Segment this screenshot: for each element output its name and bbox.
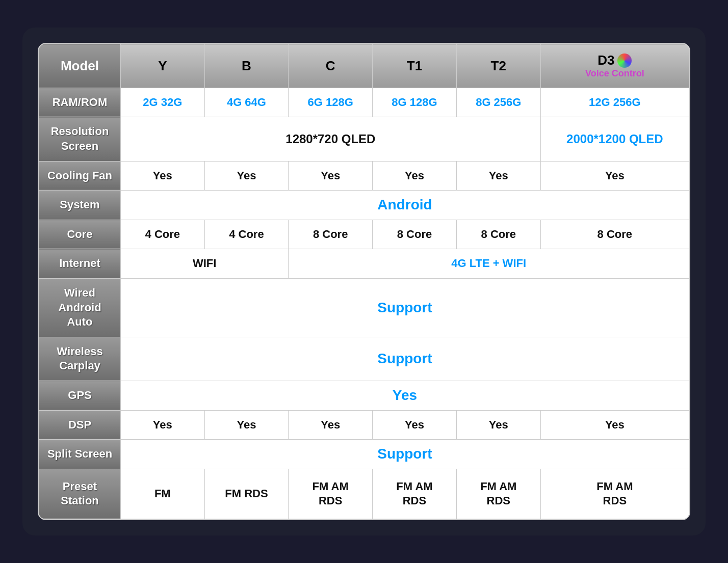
dsp-label: DSP <box>39 410 121 440</box>
internet-label: Internet <box>39 249 121 279</box>
cooling-label: Cooling Fan <box>39 161 121 191</box>
wired-android-val: Support <box>121 279 689 337</box>
ram-label: RAM/ROM <box>39 88 121 117</box>
preset-col-d3: FM AMRDS <box>540 469 689 519</box>
preset-station-label: Preset Station <box>39 469 121 519</box>
core-col-c: 8 Core <box>289 220 373 249</box>
gps-val: Yes <box>121 381 689 410</box>
core-col-t1: 8 Core <box>373 220 457 249</box>
col-c-header: C <box>289 44 373 88</box>
ram-col-d3: 12G 256G <box>540 88 689 117</box>
cooling-row: Cooling Fan Yes Yes Yes Yes Yes Yes <box>39 161 689 191</box>
dsp-col-t1: Yes <box>373 410 457 440</box>
core-col-t2: 8 Core <box>456 220 540 249</box>
dsp-col-c: Yes <box>289 410 373 440</box>
ram-col-c: 6G 128G <box>289 88 373 117</box>
wireless-carplay-label: WirelessCarplay <box>39 337 121 381</box>
core-label: Core <box>39 220 121 249</box>
ram-col-b: 4G 64G <box>204 88 289 117</box>
preset-col-c: FM AMRDS <box>289 469 373 519</box>
dsp-col-t2: Yes <box>456 410 540 440</box>
cooling-col-t2: Yes <box>456 161 540 191</box>
header-row: Model Y B C T1 T2 D3 Voice Control <box>39 44 689 88</box>
preset-station-row: Preset Station FM FM RDS FM AMRDS FM AMR… <box>39 469 689 519</box>
cooling-col-b: Yes <box>204 161 289 191</box>
ram-col-t1: 8G 128G <box>373 88 457 117</box>
ram-col-y: 2G 32G <box>121 88 205 117</box>
wired-android-row: Wired AndroidAuto Support <box>39 279 689 337</box>
cooling-col-y: Yes <box>121 161 205 191</box>
dsp-col-y: Yes <box>121 410 205 440</box>
dsp-col-b: Yes <box>204 410 289 440</box>
wireless-carplay-row: WirelessCarplay Support <box>39 337 689 381</box>
internet-wifi-val: WIFI <box>121 249 289 279</box>
cooling-col-d3: Yes <box>540 161 689 191</box>
comparison-table-wrapper: Model Y B C T1 T2 D3 Voice Control RAM/R… <box>38 43 690 520</box>
wireless-carplay-val: Support <box>121 337 689 381</box>
split-screen-row: Split Screen Support <box>39 440 689 469</box>
col-y-header: Y <box>121 44 205 88</box>
ram-row: RAM/ROM 2G 32G 4G 64G 6G 128G 8G 128G 8G… <box>39 88 689 117</box>
resolution-main-val: 1280*720 QLED <box>121 117 541 161</box>
gps-row: GPS Yes <box>39 381 689 410</box>
dsp-col-d3: Yes <box>540 410 689 440</box>
gps-label: GPS <box>39 381 121 410</box>
preset-col-t2: FM AMRDS <box>456 469 540 519</box>
model-header-label: Model <box>39 44 121 88</box>
core-col-y: 4 Core <box>121 220 205 249</box>
col-t1-header: T1 <box>373 44 457 88</box>
ram-col-t2: 8G 256G <box>456 88 540 117</box>
resolution-row: ResolutionScreen 1280*720 QLED 2000*1200… <box>39 117 689 161</box>
preset-col-t1: FM AMRDS <box>373 469 457 519</box>
d3-subtitle: Voice Control <box>545 68 685 79</box>
resolution-d3-val: 2000*1200 QLED <box>540 117 689 161</box>
core-row: Core 4 Core 4 Core 8 Core 8 Core 8 Core … <box>39 220 689 249</box>
dsp-row: DSP Yes Yes Yes Yes Yes Yes <box>39 410 689 440</box>
col-t2-header: T2 <box>456 44 540 88</box>
col-d3-header: D3 Voice Control <box>540 44 689 88</box>
comparison-table: Model Y B C T1 T2 D3 Voice Control RAM/R… <box>39 44 689 519</box>
system-val: Android <box>121 191 689 220</box>
core-col-b: 4 Core <box>204 220 289 249</box>
internet-4g-val: 4G LTE + WIFI <box>289 249 689 279</box>
internet-row: Internet WIFI 4G LTE + WIFI <box>39 249 689 279</box>
preset-col-y: FM <box>121 469 205 519</box>
split-screen-label: Split Screen <box>39 440 121 469</box>
system-row: System Android <box>39 191 689 220</box>
main-container: Model Y B C T1 T2 D3 Voice Control RAM/R… <box>22 28 706 535</box>
col-b-header: B <box>204 44 289 88</box>
preset-col-b: FM RDS <box>204 469 289 519</box>
cooling-col-c: Yes <box>289 161 373 191</box>
d3-label: D3 <box>597 52 614 68</box>
wired-android-label: Wired AndroidAuto <box>39 279 121 337</box>
voice-icon <box>617 53 632 68</box>
system-label: System <box>39 191 121 220</box>
cooling-col-t1: Yes <box>373 161 457 191</box>
core-col-d3: 8 Core <box>540 220 689 249</box>
resolution-label: ResolutionScreen <box>39 117 121 161</box>
split-screen-val: Support <box>121 440 689 469</box>
